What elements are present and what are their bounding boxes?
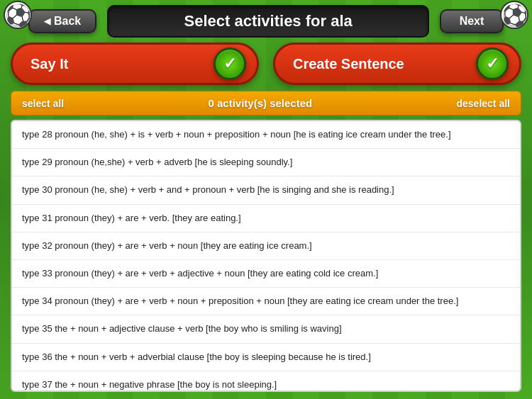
create-sentence-label: Create Sentence	[293, 56, 404, 72]
say-it-check	[214, 47, 246, 80]
top-bar: Back Select activities for ala Next	[0, 0, 532, 43]
list-item[interactable]: type 30 pronoun (he, she) + verb + and +…	[12, 176, 520, 204]
selection-bar: select all 0 activity(s) selected desele…	[11, 91, 521, 116]
soccer-ball-left	[4, 1, 32, 29]
list-item[interactable]: type 31 pronoun (they) + are + verb. [th…	[12, 205, 520, 232]
next-label: Next	[460, 15, 484, 27]
list-item[interactable]: type 35 the + noun + adjective clause + …	[12, 315, 520, 343]
back-label: Back	[54, 15, 81, 28]
activity-count: 0 activity(s) selected	[208, 97, 312, 109]
page-title: Select activities for ala	[107, 5, 429, 38]
activity-buttons-row: Say It Create Sentence	[0, 43, 532, 85]
create-sentence-check	[476, 47, 509, 80]
deselect-all-button[interactable]: deselect all	[457, 98, 511, 109]
list-item[interactable]: type 28 pronoun (he, she) + is + verb + …	[12, 121, 520, 149]
back-button[interactable]: Back	[28, 9, 96, 33]
say-it-button[interactable]: Say It	[11, 43, 259, 85]
main-screen: Back Select activities for ala Next Say …	[0, 0, 532, 399]
select-all-button[interactable]: select all	[22, 98, 64, 109]
create-sentence-button[interactable]: Create Sentence	[273, 43, 521, 85]
list-item[interactable]: type 37 the + noun + negative phrase [th…	[12, 371, 520, 392]
list-item[interactable]: type 34 pronoun (they) + are + verb + no…	[12, 288, 520, 315]
next-button[interactable]: Next	[440, 9, 504, 33]
list-item[interactable]: type 29 pronoun (he,she) + verb + adverb…	[12, 149, 520, 176]
list-item[interactable]: type 36 the + noun + verb + adverbial cl…	[12, 344, 520, 371]
list-item[interactable]: type 32 pronoun (they) + are + verb + no…	[12, 232, 520, 260]
soccer-ball-right	[500, 1, 528, 29]
activities-list: type 28 pronoun (he, she) + is + verb + …	[11, 120, 521, 392]
list-item[interactable]: type 33 pronoun (they) + are + verb + ad…	[12, 260, 520, 288]
say-it-label: Say It	[31, 56, 68, 72]
